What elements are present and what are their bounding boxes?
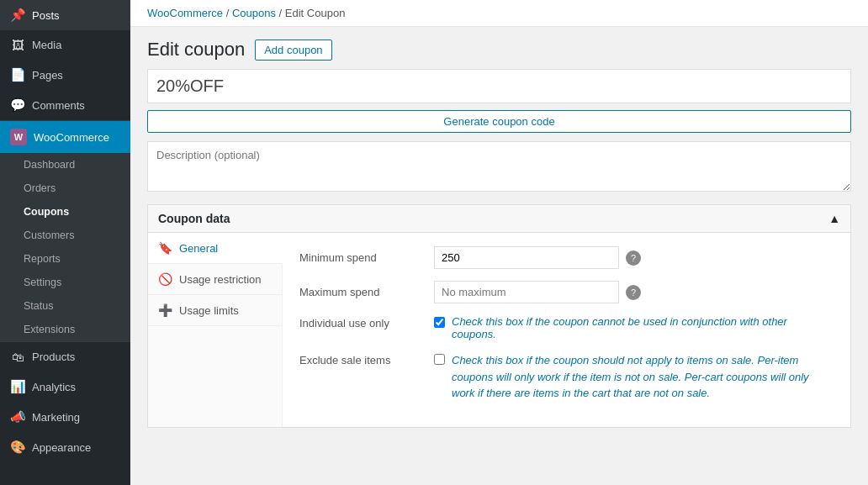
tab-usage-restriction[interactable]: 🚫 Usage restriction <box>148 264 282 295</box>
sidebar-item-woocommerce[interactable]: W WooCommerce <box>0 121 130 153</box>
sidebar-label-comments: Comments <box>32 99 85 112</box>
submenu-label-settings: Settings <box>24 277 61 288</box>
sidebar-label-products: Products <box>32 351 75 363</box>
products-icon: 🛍 <box>10 350 25 364</box>
pages-icon: 📄 <box>10 67 25 82</box>
sidebar-label-pages: Pages <box>32 69 63 82</box>
individual-use-row: Individual use only Check this box if th… <box>299 315 834 340</box>
minimum-spend-input-wrapper <box>434 246 619 269</box>
breadcrumb: WooCommerce / Coupons / Edit Coupon <box>130 0 868 27</box>
sidebar-item-settings[interactable]: Settings <box>0 271 130 294</box>
tab-usage-restriction-label: Usage restriction <box>179 273 262 286</box>
breadcrumb-coupons[interactable]: Coupons <box>232 7 276 19</box>
description-section <box>147 141 851 194</box>
tab-general[interactable]: 🔖 General <box>148 233 283 264</box>
sidebar-item-coupons[interactable]: Coupons <box>0 200 130 224</box>
sidebar-item-marketing[interactable]: 📣 Marketing <box>0 402 130 432</box>
sidebar-item-appearance[interactable]: 🎨 Appearance <box>0 432 130 462</box>
individual-use-label: Individual use only <box>299 315 434 329</box>
coupon-data-header[interactable]: Coupon data ▲ <box>148 205 850 233</box>
minimum-spend-input[interactable] <box>434 246 619 269</box>
sidebar-item-comments[interactable]: 💬 Comments <box>0 90 130 120</box>
individual-use-description: Check this box if the coupon cannot be u… <box>452 315 834 340</box>
woocommerce-section: W WooCommerce Dashboard Orders Coupons C… <box>0 120 130 341</box>
breadcrumb-sep2: / <box>279 7 285 19</box>
sidebar-label-woocommerce: WooCommerce <box>34 131 109 144</box>
breadcrumb-current: Edit Coupon <box>285 7 346 19</box>
sidebar-item-extensions[interactable]: Extensions <box>0 318 130 341</box>
sidebar-item-reports[interactable]: Reports <box>0 247 130 271</box>
page-header: Edit coupon Add coupon <box>130 27 868 69</box>
description-textarea[interactable] <box>147 141 851 192</box>
sidebar-item-products[interactable]: 🛍 Products <box>0 342 130 372</box>
coupon-code-input[interactable] <box>147 69 851 103</box>
submenu-label-extensions: Extensions <box>24 324 75 335</box>
sidebar-item-pages[interactable]: 📄 Pages <box>0 60 130 90</box>
page-title: Edit coupon <box>147 39 245 61</box>
sidebar-label-analytics: Analytics <box>32 381 76 393</box>
marketing-icon: 📣 <box>10 409 25 424</box>
maximum-spend-help-icon[interactable]: ? <box>626 285 641 300</box>
tab-general-label: General <box>179 242 218 255</box>
exclude-sale-description: Check this box if the coupon should not … <box>452 352 834 402</box>
sidebar: 📌 Posts 🖼 Media 📄 Pages 💬 Comments W Woo… <box>0 0 130 485</box>
submenu-label-dashboard: Dashboard <box>24 159 75 171</box>
sidebar-top-items: 📌 Posts 🖼 Media 📄 Pages 💬 Comments <box>0 0 130 120</box>
exclude-sale-content: Check this box if the coupon should not … <box>434 352 834 402</box>
sidebar-item-posts[interactable]: 📌 Posts <box>0 0 130 30</box>
sidebar-item-media[interactable]: 🖼 Media <box>0 30 130 60</box>
submenu-label-reports: Reports <box>24 253 61 265</box>
general-tab-icon: 🔖 <box>158 241 172 255</box>
tab-usage-limits[interactable]: ➕ Usage limits <box>148 295 282 326</box>
sidebar-label-marketing: Marketing <box>32 411 80 424</box>
individual-use-content: Check this box if the coupon cannot be u… <box>434 315 834 340</box>
tab-usage-limits-label: Usage limits <box>179 304 239 317</box>
coupon-data-body: 🔖 General 🚫 Usage restriction ➕ Usage li… <box>148 233 850 427</box>
minimum-spend-label: Minimum spend <box>299 251 434 264</box>
sidebar-label-appearance: Appearance <box>32 441 91 454</box>
usage-restriction-tab-icon: 🚫 <box>158 272 172 286</box>
sidebar-item-status[interactable]: Status <box>0 294 130 318</box>
coupon-data-title: Coupon data <box>158 212 230 225</box>
maximum-spend-input-wrapper <box>434 281 619 303</box>
woocommerce-submenu: Dashboard Orders Coupons Customers Repor… <box>0 153 130 341</box>
woocommerce-icon: W <box>10 129 27 145</box>
tab-content-general: Minimum spend ? Maximum spend ? In <box>283 233 850 427</box>
maximum-spend-input[interactable] <box>434 281 619 303</box>
submenu-label-customers: Customers <box>24 229 74 241</box>
minimum-spend-row: Minimum spend ? <box>299 246 834 269</box>
minimum-spend-help-icon[interactable]: ? <box>626 250 641 266</box>
maximum-spend-row: Maximum spend ? <box>299 281 834 303</box>
sidebar-label-posts: Posts <box>32 9 60 22</box>
comments-icon: 💬 <box>10 98 25 113</box>
sidebar-item-analytics[interactable]: 📊 Analytics <box>0 372 130 402</box>
coupon-code-section <box>147 69 851 103</box>
add-coupon-button[interactable]: Add coupon <box>255 40 331 61</box>
main-content: WooCommerce / Coupons / Edit Coupon Edit… <box>130 0 868 485</box>
coupon-tabs: 🔖 General 🚫 Usage restriction ➕ Usage li… <box>148 233 283 427</box>
exclude-sale-row: Exclude sale items Check this box if the… <box>299 352 834 402</box>
sidebar-label-media: Media <box>32 39 61 51</box>
collapse-icon: ▲ <box>828 212 840 225</box>
breadcrumb-sep1: / <box>226 7 232 19</box>
submenu-label-status: Status <box>24 300 53 312</box>
breadcrumb-woocommerce[interactable]: WooCommerce <box>147 7 223 19</box>
posts-icon: 📌 <box>10 8 25 23</box>
sidebar-item-customers[interactable]: Customers <box>0 224 130 247</box>
appearance-icon: 🎨 <box>10 440 25 455</box>
generate-coupon-button[interactable]: Generate coupon code <box>147 110 851 133</box>
exclude-sale-label: Exclude sale items <box>299 352 434 366</box>
coupon-data-box: Coupon data ▲ 🔖 General 🚫 Usage restrict… <box>147 204 851 428</box>
sidebar-item-orders[interactable]: Orders <box>0 177 130 200</box>
sidebar-item-dashboard[interactable]: Dashboard <box>0 153 130 177</box>
submenu-label-coupons: Coupons <box>24 206 69 218</box>
individual-use-checkbox[interactable] <box>434 317 445 328</box>
maximum-spend-label: Maximum spend <box>299 286 434 298</box>
media-icon: 🖼 <box>10 38 25 52</box>
submenu-label-orders: Orders <box>24 182 56 194</box>
sidebar-bottom-items: 🛍 Products 📊 Analytics 📣 Marketing 🎨 App… <box>0 341 130 462</box>
exclude-sale-checkbox[interactable] <box>434 354 445 365</box>
analytics-icon: 📊 <box>10 379 25 394</box>
usage-limits-tab-icon: ➕ <box>158 303 172 317</box>
